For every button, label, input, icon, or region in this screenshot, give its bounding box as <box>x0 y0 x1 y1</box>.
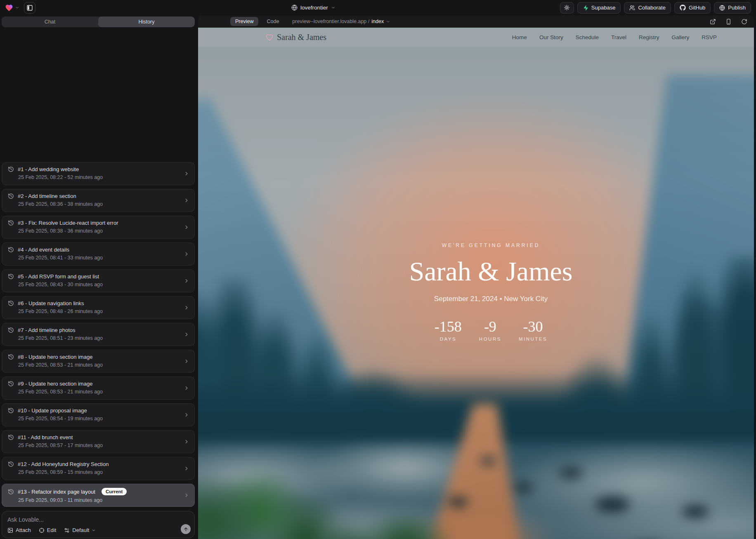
hero-eyebrow: WE'RE GETTING MARRIED <box>213 242 754 248</box>
history-icon <box>8 461 14 467</box>
tab-history[interactable]: History <box>98 16 195 27</box>
history-icon <box>8 247 14 253</box>
nav-travel[interactable]: Travel <box>611 34 626 40</box>
chevron-down-icon <box>386 19 390 24</box>
history-item-7[interactable]: #7 - Add timeline photos 25 Feb 2025, 08… <box>2 323 195 346</box>
hero-date-location: September 21, 2024 • New York City <box>213 295 754 303</box>
history-item-title: #6 - Update navigation links <box>18 300 84 306</box>
chevron-down-icon <box>15 5 19 10</box>
project-selector[interactable]: lovefrontier <box>291 0 335 15</box>
github-label: GitHub <box>689 5 705 11</box>
site-header: Sarah & James Home Our Story Schedule Tr… <box>198 28 754 47</box>
history-item-timestamp: 25 Feb 2025, 08:53 - 21 minutes ago <box>18 389 189 395</box>
edit-mode-button[interactable]: Edit <box>39 527 56 533</box>
panel-left-icon <box>26 5 33 11</box>
countdown-days: -158 DAYS <box>435 318 462 341</box>
model-mode-selector[interactable]: Default <box>64 527 96 533</box>
preview-url-page: index <box>371 19 384 24</box>
history-icon <box>8 193 14 199</box>
settings-button[interactable] <box>560 2 574 14</box>
nav-our-story[interactable]: Our Story <box>539 34 563 40</box>
countdown-days-label: DAYS <box>435 337 462 341</box>
history-item-title: #1 - Add wedding website <box>18 166 79 172</box>
countdown-minutes-label: MINUTES <box>519 337 547 341</box>
image-icon <box>7 527 13 533</box>
history-item-timestamp: 25 Feb 2025, 08:36 - 38 minutes ago <box>18 201 189 207</box>
heart-outline-icon <box>266 34 273 41</box>
history-item-9[interactable]: #9 - Update hero section image 25 Feb 20… <box>2 377 195 400</box>
publish-button[interactable]: Publish <box>714 2 751 14</box>
lovable-heart-icon <box>5 4 13 12</box>
mode-label: Default <box>72 527 89 533</box>
github-button[interactable]: GitHub <box>674 2 711 14</box>
tab-chat[interactable]: Chat <box>2 16 98 27</box>
history-item-13-current[interactable]: #13 - Refactor index page layout Current… <box>2 484 195 507</box>
chat-composer: Attach Edit Default <box>2 511 195 538</box>
history-icon <box>8 434 14 440</box>
tab-preview[interactable]: Preview <box>230 17 258 26</box>
nav-registry[interactable]: Registry <box>639 34 659 40</box>
history-item-title: #11 - Add brunch event <box>18 434 73 440</box>
collaborate-button[interactable]: Collaborate <box>624 2 671 14</box>
history-item-timestamp: 25 Feb 2025, 08:59 - 15 minutes ago <box>18 469 189 475</box>
edit-label: Edit <box>47 527 56 533</box>
send-button[interactable] <box>181 524 191 534</box>
site-brand[interactable]: Sarah & James <box>266 33 326 42</box>
history-item-5[interactable]: #5 - Add RSVP form and guest list 25 Feb… <box>2 269 195 292</box>
history-item-timestamp: 25 Feb 2025, 08:53 - 21 minutes ago <box>18 362 189 368</box>
countdown-minutes: -30 MINUTES <box>519 318 547 341</box>
history-item-8[interactable]: #8 - Update hero section image 25 Feb 20… <box>2 350 195 373</box>
history-item-3[interactable]: #3 - Fix: Resolve Lucide-react import er… <box>2 216 195 239</box>
tab-code[interactable]: Code <box>262 17 284 26</box>
history-item-title: #7 - Add timeline photos <box>18 327 75 333</box>
sidebar-tabs: Chat History <box>2 16 195 27</box>
history-item-4[interactable]: #4 - Add event details 25 Feb 2025, 08:4… <box>2 242 195 266</box>
attach-button[interactable]: Attach <box>7 527 31 533</box>
ask-lovable-input[interactable] <box>7 516 171 523</box>
globe-icon <box>291 5 298 11</box>
chevron-right-icon <box>184 466 189 471</box>
history-item-timestamp: 25 Feb 2025, 09:03 - 11 minutes ago <box>18 497 189 503</box>
chevron-right-icon <box>184 439 189 445</box>
preview-toolbar: Preview Code preview--lovefrontier.lovab… <box>198 15 754 28</box>
history-icon <box>8 407 14 414</box>
nav-gallery[interactable]: Gallery <box>671 34 689 40</box>
history-item-title: #5 - Add RSVP form and guest list <box>18 273 99 280</box>
chevron-right-icon <box>184 332 189 337</box>
nav-schedule[interactable]: Schedule <box>576 34 599 40</box>
history-item-12[interactable]: #12 - Add Honeyfund Registry Section 25 … <box>2 457 195 480</box>
supabase-label: Supabase <box>591 5 616 11</box>
history-item-title: #4 - Add event details <box>18 247 69 253</box>
history-item-10[interactable]: #10 - Update proposal image 25 Feb 2025,… <box>2 403 195 426</box>
history-item-2[interactable]: #2 - Add timeline section 25 Feb 2025, 0… <box>2 189 195 212</box>
history-item-11[interactable]: #11 - Add brunch event 25 Feb 2025, 08:5… <box>2 430 195 453</box>
refresh-icon[interactable] <box>741 19 747 25</box>
history-item-1[interactable]: #1 - Add wedding website 25 Feb 2025, 08… <box>2 162 195 185</box>
open-in-new-tab-icon[interactable] <box>710 19 716 25</box>
history-icon <box>8 381 14 387</box>
history-item-title: #13 - Refactor index page layout <box>18 489 95 495</box>
gear-icon <box>564 5 570 11</box>
toggle-sidebar-button[interactable] <box>24 2 35 14</box>
history-list: #1 - Add wedding website 25 Feb 2025, 08… <box>2 30 195 507</box>
site-nav: Home Our Story Schedule Travel Registry … <box>512 34 717 40</box>
preview-url-selector[interactable]: preview--lovefrontier.lovable.app / inde… <box>292 19 390 24</box>
crosshair-icon <box>39 527 45 533</box>
sliders-icon <box>64 527 70 533</box>
hero-section: WE'RE GETTING MARRIED Sarah & James Sept… <box>213 242 754 341</box>
supabase-button[interactable]: Supabase <box>577 2 621 14</box>
mobile-view-icon[interactable] <box>725 19 732 25</box>
history-item-timestamp: 25 Feb 2025, 08:51 - 23 minutes ago <box>18 335 189 341</box>
history-item-title: #10 - Update proposal image <box>18 407 87 414</box>
attach-label: Attach <box>16 527 31 533</box>
lovable-logo-menu[interactable] <box>5 4 19 12</box>
history-icon <box>8 489 14 495</box>
history-icon <box>8 354 14 360</box>
nav-home[interactable]: Home <box>512 34 527 40</box>
history-item-6[interactable]: #6 - Update navigation links 25 Feb 2025… <box>2 296 195 319</box>
history-icon <box>8 220 14 226</box>
chevron-down-icon <box>92 528 96 532</box>
nav-rsvp[interactable]: RSVP <box>702 34 717 40</box>
history-icon <box>8 273 14 280</box>
countdown-minutes-value: -30 <box>519 318 547 335</box>
